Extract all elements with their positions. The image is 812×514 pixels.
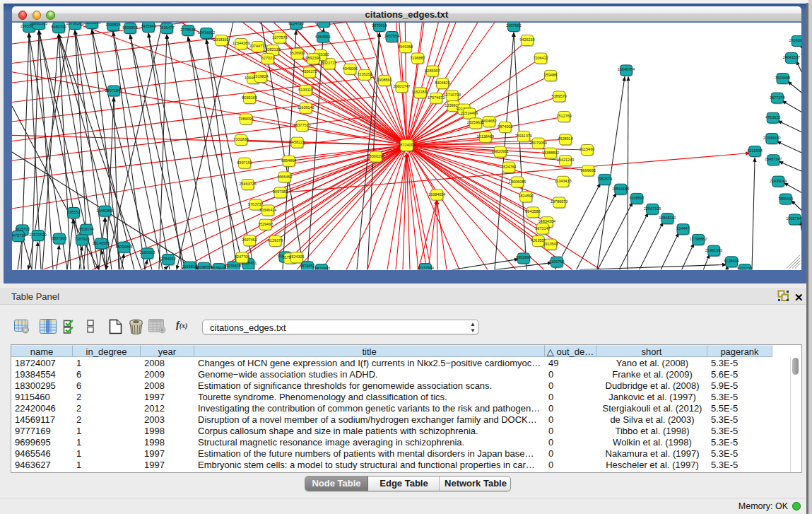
svg-text:22093651: 22093651 — [789, 38, 806, 42]
svg-text:8943586: 8943586 — [525, 209, 540, 214]
svg-text:7235251: 7235251 — [357, 72, 372, 76]
svg-text:4112034: 4112034 — [316, 19, 331, 23]
svg-text:8035169: 8035169 — [242, 95, 257, 100]
svg-text:2784052: 2784052 — [160, 257, 175, 261]
svg-text:19786573: 19786573 — [551, 199, 567, 204]
svg-text:7331838: 7331838 — [233, 137, 248, 141]
svg-text:8106768: 8106768 — [549, 259, 564, 264]
svg-text:13388832: 13388832 — [542, 151, 559, 155]
svg-text:13006085: 13006085 — [509, 180, 526, 184]
svg-text:4046066: 4046066 — [343, 66, 358, 71]
svg-text:12344269: 12344269 — [233, 41, 249, 45]
svg-text:3435942: 3435942 — [141, 24, 155, 28]
svg-text:7389096: 7389096 — [238, 117, 253, 121]
svg-text:11343433: 11343433 — [554, 179, 571, 183]
svg-text:14460856: 14460856 — [96, 209, 113, 213]
svg-text:18874652: 18874652 — [313, 267, 330, 271]
svg-text:10346424: 10346424 — [259, 208, 276, 212]
svg-text:16648784: 16648784 — [618, 67, 635, 71]
svg-text:1976828: 1976828 — [226, 264, 241, 268]
svg-text:19384554: 19384554 — [428, 192, 445, 197]
svg-text:7952574: 7952574 — [597, 177, 612, 181]
svg-text:5673147: 5673147 — [535, 226, 550, 230]
svg-text:154447: 154447 — [676, 226, 689, 230]
svg-text:4129379: 4129379 — [268, 238, 283, 243]
svg-text:4763623: 4763623 — [765, 115, 780, 119]
svg-text:2908561: 2908561 — [377, 78, 392, 82]
svg-text:17974673: 17974673 — [428, 95, 445, 100]
svg-text:3524764: 3524764 — [501, 165, 516, 169]
svg-text:9699695: 9699695 — [580, 168, 595, 173]
svg-text:6997151: 6997151 — [237, 160, 252, 165]
svg-text:8489709: 8489709 — [51, 25, 66, 29]
svg-text:6854864: 6854864 — [281, 158, 296, 163]
svg-text:19563180: 19563180 — [612, 187, 629, 191]
svg-text:20601747: 20601747 — [393, 84, 410, 88]
svg-text:8952897: 8952897 — [516, 255, 531, 259]
svg-text:17796882: 17796882 — [690, 237, 707, 241]
svg-text:10138489: 10138489 — [477, 134, 494, 139]
svg-text:18300295: 18300295 — [367, 154, 384, 158]
svg-text:6364956: 6364956 — [315, 35, 330, 39]
svg-text:14834304: 14834304 — [539, 219, 555, 223]
svg-text:19820911: 19820911 — [492, 149, 509, 153]
svg-text:7206422: 7206422 — [533, 56, 548, 60]
svg-text:22570529: 22570529 — [29, 233, 46, 237]
svg-text:5329731: 5329731 — [737, 267, 752, 271]
svg-text:5022727: 5022727 — [322, 61, 336, 65]
svg-text:25882305: 25882305 — [30, 21, 47, 25]
svg-text:1824590: 1824590 — [518, 194, 533, 198]
svg-text:4549368: 4549368 — [398, 45, 413, 49]
svg-text:9892396: 9892396 — [305, 56, 320, 60]
svg-text:11522831: 11522831 — [412, 90, 429, 94]
svg-text:15421249: 15421249 — [557, 158, 574, 162]
svg-text:3377578: 3377578 — [272, 35, 287, 40]
svg-text:23971842: 23971842 — [105, 88, 122, 93]
svg-text:9887903: 9887903 — [52, 236, 66, 240]
svg-text:4528914: 4528914 — [558, 136, 572, 141]
svg-text:5703737: 5703737 — [248, 202, 263, 206]
svg-text:25911370: 25911370 — [515, 134, 532, 138]
svg-text:21981592: 21981592 — [705, 248, 722, 252]
svg-text:1999828: 1999828 — [105, 23, 120, 27]
svg-text:2457954: 2457954 — [384, 34, 399, 38]
svg-text:18096865: 18096865 — [115, 245, 132, 249]
svg-text:10848230: 10848230 — [659, 216, 676, 220]
svg-text:3458221: 3458221 — [290, 140, 305, 144]
svg-text:9108867: 9108867 — [629, 196, 644, 200]
svg-text:2087682: 2087682 — [506, 23, 521, 28]
svg-text:6128434: 6128434 — [724, 259, 739, 263]
svg-text:9426230: 9426230 — [519, 37, 534, 42]
svg-text:4666460: 4666460 — [277, 175, 292, 179]
svg-text:9115460: 9115460 — [579, 147, 594, 151]
svg-text:13146585: 13146585 — [93, 241, 110, 245]
svg-text:7855439: 7855439 — [778, 197, 793, 201]
svg-text:7636477: 7636477 — [159, 25, 174, 30]
svg-text:25079069: 25079069 — [529, 141, 546, 145]
svg-text:18724007: 18724007 — [398, 143, 415, 147]
svg-text:20744773: 20744773 — [249, 44, 266, 48]
svg-text:3677374: 3677374 — [770, 95, 784, 100]
svg-text:5389579: 5389579 — [551, 94, 566, 98]
svg-text:8806804: 8806804 — [122, 25, 137, 30]
svg-text:12416912: 12416912 — [198, 30, 215, 35]
svg-text:2697462: 2697462 — [242, 238, 257, 242]
svg-text:11609146: 11609146 — [298, 105, 314, 110]
svg-text:5133115: 5133115 — [298, 88, 313, 92]
svg-text:3382132: 3382132 — [265, 47, 280, 52]
svg-text:8215958: 8215958 — [747, 148, 762, 153]
svg-text:23259631: 23259631 — [467, 120, 484, 124]
svg-text:12710793: 12710793 — [444, 93, 461, 97]
svg-text:9874003: 9874003 — [498, 124, 512, 129]
svg-text:3529497: 3529497 — [258, 222, 273, 226]
svg-text:23137564: 23137564 — [417, 266, 434, 270]
svg-text:19098556: 19098556 — [195, 265, 212, 269]
svg-text:25463726: 25463726 — [239, 182, 256, 186]
svg-text:5538436: 5538436 — [211, 266, 226, 270]
svg-text:16377510: 16377510 — [293, 123, 310, 127]
svg-text:9518194: 9518194 — [78, 227, 93, 231]
svg-text:9318332: 9318332 — [213, 37, 228, 42]
svg-text:2319824: 2319824 — [253, 74, 268, 78]
svg-text:638552: 638552 — [67, 210, 80, 214]
svg-text:8304829: 8304829 — [435, 81, 449, 85]
